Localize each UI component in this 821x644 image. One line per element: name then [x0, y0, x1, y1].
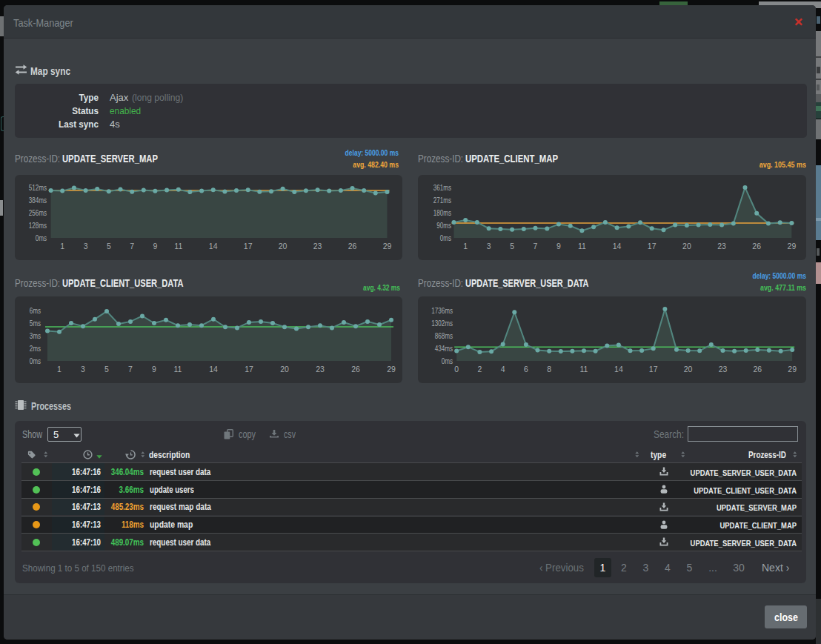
svg-text:29: 29: [383, 242, 392, 250]
svg-text:11: 11: [174, 365, 182, 374]
svg-text:3: 3: [487, 242, 491, 250]
svg-text:29: 29: [788, 365, 797, 374]
svg-text:20: 20: [279, 242, 287, 250]
svg-text:9: 9: [556, 242, 561, 250]
svg-text:8: 8: [547, 365, 551, 374]
svg-text:2: 2: [477, 365, 482, 374]
svg-text:17: 17: [648, 242, 657, 250]
svg-text:1: 1: [60, 242, 64, 250]
svg-text:5: 5: [107, 242, 111, 250]
svg-text:14: 14: [614, 365, 623, 374]
svg-text:4: 4: [501, 365, 505, 374]
svg-text:5ms: 5ms: [30, 319, 41, 328]
svg-text:6: 6: [524, 365, 528, 374]
svg-text:9: 9: [152, 365, 156, 374]
svg-text:1: 1: [463, 242, 468, 250]
svg-text:26: 26: [753, 365, 762, 374]
svg-text:14: 14: [209, 365, 218, 374]
svg-text:361ms: 361ms: [433, 183, 451, 192]
svg-text:7: 7: [130, 242, 134, 250]
svg-text:5: 5: [510, 242, 514, 250]
svg-text:6ms: 6ms: [30, 306, 41, 315]
svg-text:29: 29: [387, 365, 396, 374]
svg-text:1302ms: 1302ms: [431, 319, 453, 328]
svg-text:3: 3: [81, 365, 85, 374]
svg-text:26: 26: [348, 242, 357, 250]
svg-text:17: 17: [245, 365, 253, 374]
svg-text:128ms: 128ms: [29, 221, 47, 230]
svg-text:0ms: 0ms: [30, 356, 41, 365]
svg-text:20: 20: [682, 242, 691, 250]
svg-text:434ms: 434ms: [435, 344, 453, 353]
svg-text:384ms: 384ms: [29, 196, 47, 205]
svg-text:7: 7: [534, 242, 538, 250]
svg-text:868ms: 868ms: [435, 331, 453, 340]
svg-text:0: 0: [454, 365, 459, 374]
svg-text:23: 23: [313, 242, 322, 250]
svg-text:180ms: 180ms: [433, 208, 451, 217]
svg-text:0ms: 0ms: [442, 356, 453, 365]
svg-text:271ms: 271ms: [433, 196, 451, 205]
svg-text:29: 29: [788, 242, 797, 250]
svg-text:11: 11: [580, 365, 588, 374]
svg-text:14: 14: [613, 242, 622, 250]
svg-text:7: 7: [128, 365, 133, 374]
svg-text:256ms: 256ms: [29, 208, 47, 217]
svg-text:14: 14: [209, 242, 218, 250]
svg-text:5: 5: [104, 365, 109, 374]
svg-text:3ms: 3ms: [30, 331, 41, 340]
svg-text:17: 17: [649, 365, 658, 374]
svg-text:17: 17: [244, 242, 253, 250]
svg-text:11: 11: [174, 242, 182, 250]
svg-text:23: 23: [717, 242, 726, 250]
svg-text:1736ms: 1736ms: [431, 306, 453, 315]
svg-text:23: 23: [719, 365, 728, 374]
svg-text:20: 20: [280, 365, 289, 374]
svg-text:90ms: 90ms: [436, 221, 451, 230]
svg-text:0ms: 0ms: [440, 233, 451, 242]
svg-text:3: 3: [84, 242, 88, 250]
svg-text:1: 1: [57, 365, 62, 374]
svg-text:11: 11: [578, 242, 586, 250]
svg-text:23: 23: [316, 365, 325, 374]
svg-text:0ms: 0ms: [36, 233, 47, 242]
svg-text:512ms: 512ms: [29, 183, 47, 192]
svg-text:2ms: 2ms: [30, 344, 41, 353]
svg-text:20: 20: [684, 365, 693, 374]
svg-text:9: 9: [153, 242, 157, 250]
svg-text:26: 26: [752, 242, 761, 250]
svg-text:26: 26: [351, 365, 360, 374]
